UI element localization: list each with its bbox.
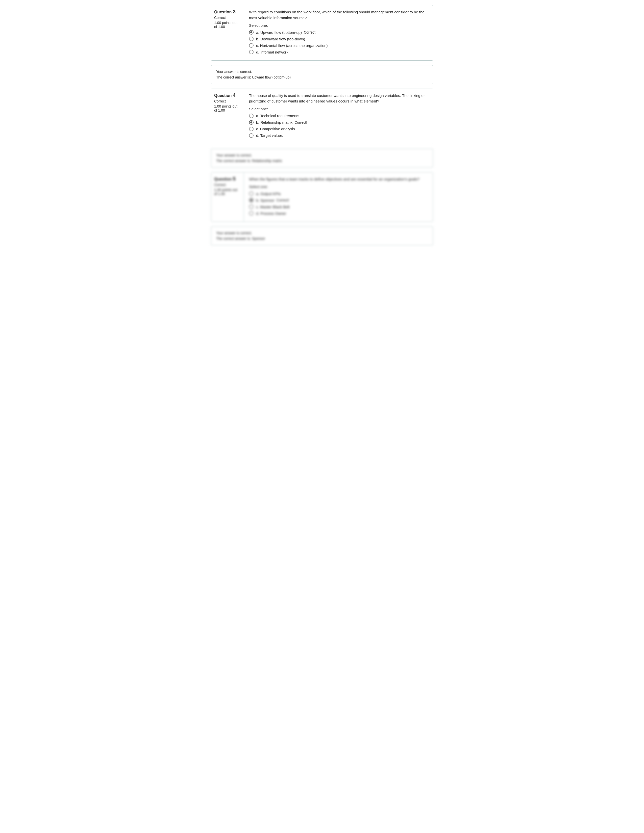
question-5-select-label: Select one: <box>249 185 428 189</box>
option-4-d: d. Target values <box>249 133 428 138</box>
option-3-c-text: c. Horizontal flow (across the organizat… <box>256 43 328 48</box>
option-5-c-text: c. Master Black Belt <box>256 205 290 209</box>
option-3-a: a. Upward flow (bottom-up) Correct! <box>249 30 428 35</box>
question-3-status: Correct <box>214 16 241 20</box>
question-5-block: Question 5 Correct 1.00 points out of 1.… <box>211 172 433 222</box>
option-3-b-text: b. Downward flow (top-down) <box>256 37 305 41</box>
question-3-select-label: Select one: <box>249 23 428 27</box>
question-4-status: Correct <box>214 99 241 103</box>
radio-3-a <box>249 30 254 35</box>
radio-3-d <box>249 50 254 54</box>
question-3-content: With regard to conditions on the work fl… <box>244 5 433 60</box>
radio-5-b <box>249 198 254 203</box>
option-5-a-text: a. Output KPIs <box>256 191 281 196</box>
question-4-options: a. Technical requirements b. Relationshi… <box>249 114 428 138</box>
question-5-options: a. Output KPIs b. Sponsor Correct! c. Ma… <box>249 191 428 215</box>
question-3-points: 1.00 points out of 1.00 <box>214 21 241 29</box>
question-5-status: Correct <box>214 183 241 187</box>
radio-5-b-inner <box>250 199 252 201</box>
feedback-4: Your answer is correct. The correct answ… <box>211 149 433 167</box>
feedback-4-line2: The correct answer is: Relationship matr… <box>216 158 428 164</box>
feedback-3: Your answer is correct. The correct answ… <box>211 65 433 84</box>
feedback-3-line1: Your answer is correct. <box>216 69 428 74</box>
question-4-text: The house of quality is used to translat… <box>249 93 428 104</box>
question-3-number: Question 3 <box>214 9 241 14</box>
radio-4-c <box>249 127 254 131</box>
option-3-c: c. Horizontal flow (across the organizat… <box>249 43 428 48</box>
question-3-sidebar: Question 3 Correct 1.00 points out of 1.… <box>211 5 244 60</box>
question-5-number: Question 5 <box>214 176 241 182</box>
feedback-5-line2: The correct answer is: Sponsor <box>216 236 428 241</box>
question-5-sidebar: Question 5 Correct 1.00 points out of 1.… <box>211 172 244 222</box>
option-4-b-correct: Correct! <box>295 121 307 124</box>
option-3-d: d. Informal network <box>249 50 428 54</box>
option-3-d-text: d. Informal network <box>256 50 288 54</box>
radio-3-a-inner <box>250 31 252 33</box>
question-3-block: Question 3 Correct 1.00 points out of 1.… <box>211 5 433 61</box>
option-5-b-text: b. Sponsor <box>256 198 275 203</box>
option-5-b-correct: Correct! <box>277 198 289 202</box>
option-3-b: b. Downward flow (top-down) <box>249 37 428 41</box>
radio-4-b-inner <box>250 121 252 124</box>
radio-4-a <box>249 114 254 118</box>
question-5-text: When the figures that a team tracks to d… <box>249 177 428 182</box>
option-4-b-text: b. Relationship matrix <box>256 120 293 124</box>
option-4-b: b. Relationship matrix Correct! <box>249 120 428 125</box>
question-4-select-label: Select one: <box>249 107 428 111</box>
question-5-points: 1.00 points out of 1.00 <box>214 188 241 196</box>
option-3-a-text: a. Upward flow (bottom-up) <box>256 30 302 35</box>
question-4-content: The house of quality is used to translat… <box>244 89 433 144</box>
radio-5-a <box>249 191 254 196</box>
option-4-a-text: a. Technical requirements <box>256 114 299 118</box>
radio-3-c <box>249 43 254 48</box>
question-3-options: a. Upward flow (bottom-up) Correct! b. D… <box>249 30 428 54</box>
option-4-a: a. Technical requirements <box>249 114 428 118</box>
option-5-d: d. Process Owner <box>249 211 428 215</box>
question-4-points: 1.00 points out of 1.00 <box>214 104 241 113</box>
radio-4-d <box>249 133 254 138</box>
option-5-b: b. Sponsor Correct! <box>249 198 428 203</box>
radio-5-c <box>249 204 254 209</box>
option-4-d-text: d. Target values <box>256 133 283 138</box>
feedback-4-line1: Your answer is correct. <box>216 153 428 158</box>
feedback-5: Your answer is correct. The correct answ… <box>211 227 433 245</box>
option-4-c: c. Competitive analysis <box>249 127 428 131</box>
question-4-block: Question 4 Correct 1.00 points out of 1.… <box>211 88 433 144</box>
feedback-5-line1: Your answer is correct. <box>216 230 428 236</box>
question-3-text: With regard to conditions on the work fl… <box>249 9 428 21</box>
feedback-3-line2: The correct answer is: Upward flow (bott… <box>216 74 428 80</box>
option-5-d-text: d. Process Owner <box>256 211 286 215</box>
option-3-a-correct: Correct! <box>304 30 316 34</box>
question-4-number: Question 4 <box>214 92 241 98</box>
question-5-content: When the figures that a team tracks to d… <box>244 172 433 222</box>
option-5-c: c. Master Black Belt <box>249 204 428 209</box>
radio-3-b <box>249 37 254 41</box>
radio-5-d <box>249 211 254 215</box>
option-5-a: a. Output KPIs <box>249 191 428 196</box>
question-4-sidebar: Question 4 Correct 1.00 points out of 1.… <box>211 89 244 144</box>
option-4-c-text: c. Competitive analysis <box>256 127 295 131</box>
radio-4-b <box>249 120 254 125</box>
